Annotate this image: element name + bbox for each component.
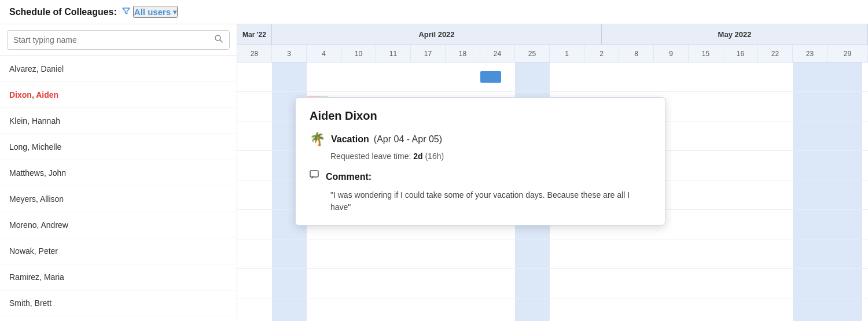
vacation-icon: 🌴 [310,132,325,147]
week-11: 11 [376,45,411,62]
tooltip-user-name: Aiden Dixon [310,109,651,123]
week-25: 25 [515,45,550,62]
week-3: 3 [272,45,307,62]
user-item[interactable]: Smith, Brett [0,290,237,316]
user-item[interactable]: Ramirez, Maria [0,264,237,290]
week-1: 1 [550,45,584,62]
week-2: 2 [584,45,619,62]
tooltip-comment-text: "I was wondering if I could take some of… [330,189,651,213]
calendar-months: Mar '22 April 2022 May 2022 [237,24,868,45]
week-24: 24 [480,45,515,62]
svg-line-1 [220,40,222,42]
week-17: 17 [411,45,446,62]
search-input[interactable] [13,35,214,45]
tooltip-vacation-row: 🌴 Vacation (Apr 04 - Apr 05) [310,132,651,147]
calendar-weeks: 28 3 4 10 11 17 18 24 25 1 2 8 9 15 16 2… [237,45,868,62]
user-item[interactable]: Long, Michelle [0,134,237,160]
week-10: 10 [341,45,376,62]
tooltip-leave-text: Requested leave time: [330,152,411,161]
sidebar: Alvarez, DanielDixon, AidenKlein, Hannah… [0,24,237,321]
week-22: 22 [758,45,793,62]
user-list: Alvarez, DanielDixon, AidenKlein, Hannah… [0,56,237,321]
tooltip-comment-row: Comment: [310,170,651,183]
svg-rect-2 [310,171,318,177]
tooltip-leave-amount: 2d [413,152,422,161]
search-wrapper [7,30,230,50]
filter-icon [122,6,131,17]
chevron-down-icon: ▾ [173,8,176,16]
week-23: 23 [793,45,827,62]
week-18: 18 [446,45,480,62]
tooltip-leave-hours: (16h) [425,152,444,161]
user-item[interactable]: Meyers, Allison [0,186,237,212]
week-9: 9 [654,45,689,62]
week-15: 15 [689,45,723,62]
month-may22: May 2022 [602,24,868,45]
user-item[interactable]: Alvarez, Daniel [0,56,237,82]
cal-row-7 [237,239,868,269]
month-mar22: Mar '22 [237,24,272,45]
tooltip-vacation-dates: (Apr 04 - Apr 05) [374,134,442,145]
week-4: 4 [307,45,341,62]
calendar-body: Aiden Dixon 🌴 Vacation (Apr 04 - Apr 05)… [237,62,868,321]
calendar: Mar '22 April 2022 May 2022 28 3 4 10 11… [237,24,868,321]
week-16: 16 [723,45,758,62]
month-apr22: April 2022 [272,24,602,45]
user-item[interactable]: Klein, Hannah [0,108,237,134]
user-item[interactable]: Nowak, Peter [0,238,237,264]
event-bar[interactable] [480,71,501,83]
page-title: Schedule of Colleagues: [9,7,117,17]
cal-row-9 [237,298,868,321]
filter-label: All users [134,7,171,17]
tooltip-leave-row: Requested leave time: 2d (16h) [330,152,651,161]
comment-icon [310,170,320,183]
tooltip-vacation-label: Vacation [331,134,369,145]
cal-row-8 [237,269,868,298]
user-item[interactable]: Dixon, Aiden [0,82,237,108]
user-item[interactable]: Moreno, Andrew [0,212,237,238]
search-box [0,24,237,56]
week-8: 8 [619,45,654,62]
search-icon [214,34,223,46]
week-28: 28 [237,45,272,62]
cal-row-1 [237,62,868,92]
tooltip-comment-label: Comment: [326,172,372,182]
user-item[interactable]: Matthews, John [0,160,237,186]
vacation-tooltip: Aiden Dixon 🌴 Vacation (Apr 04 - Apr 05)… [295,97,665,226]
filter-button[interactable]: All users ▾ [133,6,178,18]
week-29: 29 [827,45,868,62]
